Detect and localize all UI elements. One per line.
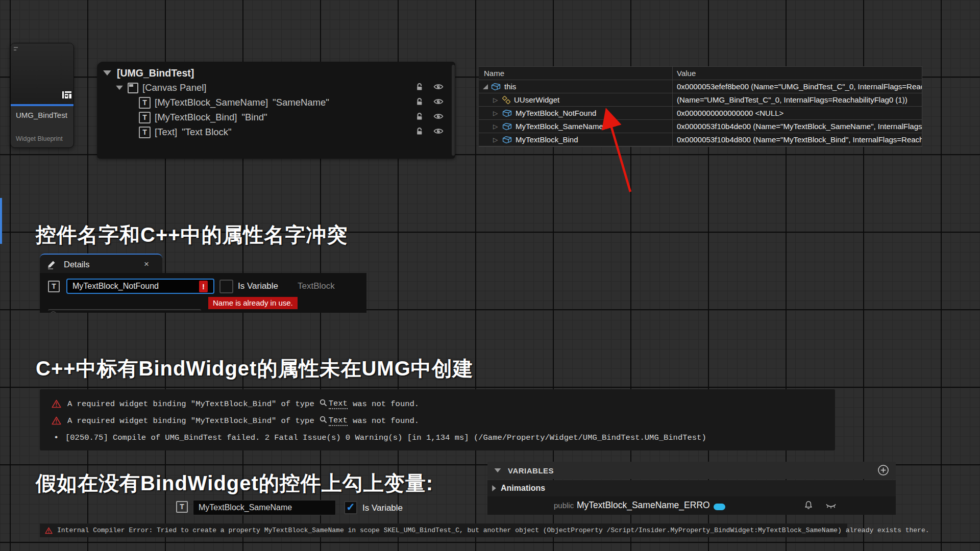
watch-value: 0x0000053f10b4de00 (Name="MyTextBlock_Sa… bbox=[677, 122, 922, 131]
name-error-badge: ! bbox=[199, 281, 208, 292]
variables-section-header[interactable]: VARIABLES bbox=[487, 462, 896, 479]
widget-hierarchy-panel: [UMG_BindTest] [Canvas Panel] T [MyTextB… bbox=[97, 62, 455, 159]
class-diamonds-icon bbox=[502, 96, 510, 104]
log-result-line: • [0250.75] Compile of UMG_BindTest fail… bbox=[40, 429, 706, 446]
warning-triangle-icon bbox=[51, 416, 61, 425]
textblock-icon: T bbox=[176, 501, 188, 513]
blueprint-grid-canvas: UMG_BindTest Widget Blueprint [UMG_BindT… bbox=[0, 0, 980, 551]
asset-link[interactable]: Text bbox=[320, 416, 348, 426]
variable-name-label: MyTextBlock_SameName_ERRO bbox=[577, 500, 710, 511]
watch-row-mytextblock-bind[interactable]: ▷ MyTextBlock_Bind 0x0000053f10b4d800 (N… bbox=[479, 133, 922, 146]
textblock-icon: T bbox=[139, 97, 151, 109]
variable-row[interactable]: public MyTextBlock_SameName_ERRO bbox=[487, 496, 896, 515]
hierarchy-row-mytextblock-samename[interactable]: T [MyTextBlock_SameName] "SameName" bbox=[139, 95, 329, 110]
watch-row-uuserwidget[interactable]: ▷ UUserWidget (Name="UMG_BindTest_C"_0, … bbox=[479, 93, 922, 107]
expander-down-icon[interactable] bbox=[103, 70, 111, 76]
watch-value: 0x0000053f10b4d800 (Name="MyTextBlock_Bi… bbox=[677, 135, 922, 144]
visibility-eye-icon[interactable] bbox=[433, 113, 444, 122]
asset-link[interactable]: Text bbox=[320, 399, 348, 409]
asset-link-text[interactable]: Text bbox=[329, 416, 348, 426]
internal-compiler-error-bar: Internal Compiler Error: Tried to create… bbox=[40, 523, 847, 537]
expander-expanded-icon[interactable] bbox=[483, 84, 488, 89]
clipped-next-row bbox=[48, 309, 201, 313]
object-cube-icon bbox=[502, 136, 512, 144]
details-panel-body: T ! Is Variable TextBlock Name is alread… bbox=[40, 273, 366, 313]
variable-type-pill bbox=[714, 504, 725, 510]
watch-name-header: Name bbox=[484, 69, 504, 78]
log-text: was not found. bbox=[353, 399, 419, 409]
textblock-icon: T bbox=[139, 127, 151, 138]
hierarchy-root-row[interactable]: [UMG_BindTest] bbox=[103, 66, 194, 80]
details-tab-title: Details bbox=[64, 260, 89, 269]
row-controls bbox=[416, 83, 444, 93]
expander-collapsed-icon[interactable]: ▷ bbox=[493, 136, 499, 143]
log-text: A required widget binding "MyTextBlock_B… bbox=[67, 416, 314, 425]
object-cube-icon bbox=[491, 83, 501, 91]
warning-triangle-icon bbox=[51, 399, 61, 408]
heading-name-conflict: 控件名字和C++中的属性名字冲突 bbox=[36, 221, 348, 249]
hierarchy-row-label: [Text] bbox=[155, 127, 177, 138]
watch-header-row: Name Value bbox=[479, 67, 922, 80]
log-text: A required widget binding "MyTextBlock_B… bbox=[67, 399, 314, 409]
hierarchy-row-text-preview: "SameName" bbox=[273, 97, 329, 108]
is-variable-checkbox-unchecked[interactable] bbox=[219, 280, 233, 293]
watch-row-mytextblock-samename[interactable]: ▷ MyTextBlock_SameName 0x0000053f10b4de0… bbox=[479, 120, 922, 133]
hierarchy-scrollbar[interactable] bbox=[452, 65, 455, 156]
thumbnail-marks bbox=[14, 47, 18, 52]
log-text: was not found. bbox=[353, 416, 419, 425]
visibility-eye-icon[interactable] bbox=[433, 128, 444, 137]
asset-card-umg-bindtest[interactable]: UMG_BindTest Widget Blueprint bbox=[10, 43, 74, 148]
close-icon[interactable]: × bbox=[144, 259, 149, 269]
widget-name-input[interactable] bbox=[66, 279, 214, 294]
log-warning-line: A required widget binding "MyTextBlock_B… bbox=[40, 412, 419, 429]
unlock-icon[interactable] bbox=[416, 83, 424, 93]
is-variable-label: Is Variable bbox=[238, 281, 278, 291]
widget-name-input-samename[interactable] bbox=[193, 500, 336, 515]
heading-isvariable-check: 假如在没有BindWidget的控件上勾上变量: bbox=[36, 469, 433, 497]
name-error-tooltip: Name is already in use. bbox=[208, 297, 298, 309]
log-warning-line: A required widget binding "MyTextBlock_B… bbox=[40, 395, 419, 412]
watch-name: MyTextBlock_NotFound bbox=[516, 109, 596, 117]
unlock-icon[interactable] bbox=[416, 112, 424, 122]
canvas-panel-icon bbox=[128, 83, 138, 93]
hierarchy-row-canvas-panel[interactable]: [Canvas Panel] bbox=[115, 81, 206, 95]
hierarchy-row-mytextblock-bind[interactable]: T [MyTextBlock_Bind] "Bind" bbox=[139, 110, 267, 124]
animations-group-row[interactable]: Animations bbox=[487, 480, 896, 496]
heading-bindwidget-missing: C++中标有BindWidget的属性未在UMG中创建 bbox=[36, 355, 474, 383]
watch-row-this[interactable]: this 0x0000053efef8be00 (Name="UMG_BindT… bbox=[479, 80, 922, 93]
watch-value: (Name="UMG_BindTest_C"_0, InternalFlags=… bbox=[677, 95, 908, 104]
visibility-eye-icon[interactable] bbox=[433, 83, 444, 92]
visibility-eye-icon[interactable] bbox=[433, 98, 444, 107]
widget-type-label: TextBlock bbox=[298, 281, 335, 291]
asset-link-text[interactable]: Text bbox=[329, 399, 348, 409]
watch-name: this bbox=[504, 82, 516, 91]
is-variable-label: Is Variable bbox=[362, 503, 403, 513]
watch-row-mytextblock-notfound[interactable]: ▷ MyTextBlock_NotFound 0x000000000000000… bbox=[479, 107, 922, 120]
expander-collapsed-icon[interactable]: ▷ bbox=[493, 110, 499, 117]
expander-right-icon[interactable] bbox=[492, 485, 496, 491]
asset-thumbnail bbox=[11, 43, 74, 104]
is-variable-checkbox-checked[interactable]: ✓ bbox=[344, 501, 357, 514]
hierarchy-row-text[interactable]: T [Text] "Text Block" bbox=[139, 125, 232, 139]
asset-type-color-bar bbox=[11, 104, 74, 106]
add-variable-button[interactable] bbox=[877, 464, 889, 476]
expander-down-icon[interactable] bbox=[116, 86, 123, 90]
details-tab[interactable]: Details × bbox=[40, 254, 162, 274]
bullet-icon: • bbox=[54, 433, 61, 442]
watch-name: UUserWidget bbox=[514, 95, 559, 104]
expander-collapsed-icon[interactable]: ▷ bbox=[493, 123, 499, 130]
eye-closed-icon[interactable] bbox=[825, 503, 837, 509]
search-icon bbox=[320, 399, 327, 409]
bell-icon[interactable] bbox=[804, 500, 813, 510]
watch-value: 0x0000053efef8be00 (Name="UMG_BindTest_C… bbox=[677, 82, 922, 91]
left-edge-accent bbox=[0, 198, 2, 244]
unlock-icon[interactable] bbox=[416, 127, 424, 137]
unlock-icon[interactable] bbox=[416, 97, 424, 108]
asset-title: UMG_BindTest bbox=[16, 111, 67, 119]
expander-down-icon[interactable] bbox=[495, 468, 501, 472]
hierarchy-row-text-preview: "Bind" bbox=[241, 112, 267, 123]
expander-collapsed-icon[interactable]: ▷ bbox=[493, 96, 499, 104]
debugger-watch-table: Name Value this 0x0000053efef8be00 (Name… bbox=[479, 66, 922, 147]
widget-blueprint-icon bbox=[62, 89, 71, 103]
variables-header-label: VARIABLES bbox=[508, 466, 554, 475]
